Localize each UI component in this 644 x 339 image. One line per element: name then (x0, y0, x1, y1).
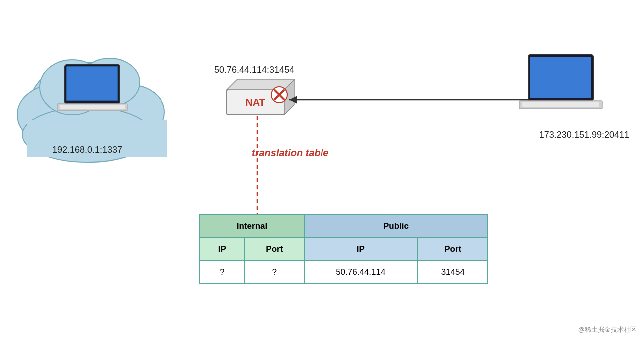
svg-rect-11 (60, 105, 125, 109)
svg-point-5 (80, 58, 140, 106)
svg-point-0 (30, 62, 145, 147)
table-header-row: Internal Public (200, 215, 488, 238)
cell-internal-ip: ? (200, 261, 245, 284)
svg-rect-14 (519, 101, 602, 109)
svg-point-4 (40, 60, 105, 115)
connection-arrow (289, 96, 529, 104)
cell-public-port: 31454 (418, 261, 488, 284)
svg-rect-9 (67, 67, 117, 100)
svg-rect-7 (65, 65, 120, 104)
subheader-public-ip: IP (304, 238, 418, 261)
svg-rect-15 (522, 102, 599, 107)
svg-rect-16 (227, 90, 284, 115)
left-ip-label: 192.168.0.1:1337 (52, 145, 122, 155)
laptop-left-icon (57, 65, 127, 111)
scene: NAT 50.76.44.114:31454 192.168.0.1:1337 … (0, 0, 644, 339)
svg-text:NAT: NAT (245, 97, 265, 108)
right-ip-label: 173.230.151.99:20411 (539, 130, 629, 140)
svg-point-1 (17, 85, 92, 145)
svg-rect-12 (528, 55, 593, 101)
svg-line-22 (275, 90, 284, 99)
svg-marker-18 (284, 80, 294, 115)
watermark: @稀土掘金技术社区 (578, 325, 637, 334)
svg-rect-13 (530, 57, 591, 98)
svg-point-2 (95, 85, 164, 140)
cell-internal-port: ? (245, 261, 304, 284)
svg-line-21 (275, 90, 284, 99)
subheader-internal-ip: IP (200, 238, 245, 261)
subheader-internal-port: Port (245, 238, 304, 261)
subheader-public-port: Port (418, 238, 488, 261)
svg-point-20 (271, 87, 287, 103)
translation-table-label: translation table (252, 147, 328, 159)
cell-public-ip: 50.76.44.114 (304, 261, 418, 284)
table-subheader-row: IP Port IP Port (200, 238, 488, 261)
svg-marker-17 (227, 80, 294, 90)
svg-marker-24 (289, 96, 297, 104)
diagram-svg: NAT (0, 0, 644, 339)
nat-ip-label: 50.76.44.114:31454 (214, 65, 294, 75)
nat-table-container: Internal Public IP Port IP Port ? ? 50.7… (199, 214, 488, 284)
header-internal: Internal (200, 215, 304, 238)
table-row: ? ? 50.76.44.114 31454 (200, 261, 488, 284)
block-x-icon (271, 87, 287, 103)
nat-router-icon: NAT (227, 80, 294, 115)
svg-rect-10 (57, 104, 127, 111)
laptop-right-icon (519, 55, 602, 109)
svg-rect-8 (66, 66, 118, 101)
nat-table: Internal Public IP Port IP Port ? ? 50.7… (199, 214, 488, 284)
header-public: Public (304, 215, 488, 238)
